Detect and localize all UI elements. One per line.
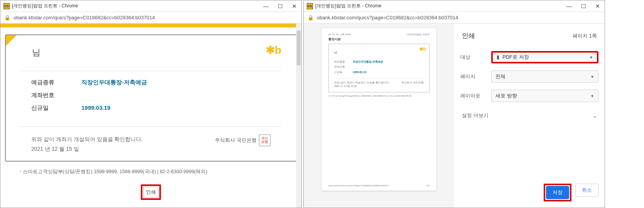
value-deposit-type: 직장인우대통장-저축예금 bbox=[81, 79, 147, 86]
select-layout[interactable]: 세로 방향 ▼ bbox=[491, 90, 598, 102]
bullet-icon: • bbox=[20, 169, 23, 174]
confirm-section: 위와 같이 계좌가 개설되어 있음을 확인합니다. 2021 년 12 월 15… bbox=[20, 126, 281, 154]
label-account-number: 계좌번호 bbox=[31, 92, 81, 99]
favicon-icon: Kb bbox=[3, 3, 10, 9]
footer-text: 스마트고객상담부(상담/폰뱅킹) 1599-9999, 1588-9999(국내… bbox=[23, 169, 208, 174]
print-page-count: 페이지 1쪽 bbox=[573, 32, 597, 39]
url-text: obank.kbstar.com/quics?page=C018682&cc=b… bbox=[317, 15, 458, 20]
preview-confirm-text: 위와 같이 계좌가 개설되어 있음을 확인합니다. bbox=[334, 81, 390, 85]
minimize-icon[interactable]: — bbox=[263, 3, 269, 9]
print-button-highlight: 인쇄 bbox=[141, 184, 161, 200]
window-title: [개인뱅킹]팝업 프린트 - Chrome bbox=[315, 3, 566, 9]
address-bar: 🔒 obank.kbstar.com/quics?page=C018682&cc… bbox=[0, 12, 301, 24]
label-destination: 대상 bbox=[460, 54, 491, 61]
minimize-icon[interactable]: — bbox=[566, 3, 572, 9]
preview-label-acct: 계좌번호 bbox=[334, 64, 353, 69]
browser-window-left: Kb [개인뱅킹]팝업 프린트 - Chrome — ☐ ✕ 🔒 obank.k… bbox=[0, 0, 302, 208]
label-pages: 페이지 bbox=[460, 73, 491, 80]
print-panel-title: 인쇄 bbox=[462, 31, 475, 40]
preview-label-date: 신규일 bbox=[334, 70, 353, 75]
maximize-icon[interactable]: ☐ bbox=[581, 3, 586, 9]
select-destination[interactable]: ▮PDF로 저장 ▼ bbox=[491, 51, 598, 63]
favicon-icon: Kb bbox=[307, 3, 313, 9]
print-preview-pane: 21. 12. 15. 오후 10:09 [개인뱅킹]팝업 프린트 통장사본 ✱… bbox=[304, 24, 454, 208]
window-controls: — ☐ ✕ bbox=[566, 3, 600, 9]
print-settings-panel: 인쇄 페이지 1쪽 대상 ▮PDF로 저장 ▼ 페이지 전체 bbox=[454, 24, 605, 208]
footer-contact: • 스마트고객상담부(상담/폰뱅킹) 1599-9999, 1588-9999(… bbox=[20, 162, 282, 175]
chevron-down-icon: ⌄ bbox=[593, 113, 597, 119]
close-icon[interactable]: ✕ bbox=[292, 3, 297, 9]
confirm-date: 2021 년 12 월 15 일 bbox=[31, 144, 143, 154]
scrollbar[interactable] bbox=[296, 24, 301, 208]
more-settings-toggle[interactable]: 설정 더보기 ⌄ bbox=[460, 109, 598, 122]
yellow-bar bbox=[0, 24, 301, 27]
preview-value-type: 직장인우대통장-저축예금 bbox=[353, 60, 383, 63]
select-layout-value: 세로 방향 bbox=[495, 92, 517, 99]
preview-bank-name: 주식회사 국민은행 bbox=[401, 81, 424, 88]
titlebar: Kb [개인뱅킹]팝업 프린트 - Chrome — ☐ ✕ bbox=[0, 0, 301, 12]
bank-name: 주식회사 국민은행 bbox=[215, 137, 257, 144]
print-button[interactable]: 인쇄 bbox=[143, 187, 159, 198]
value-account-number-masked bbox=[81, 92, 135, 99]
select-pages[interactable]: 전체 ▼ bbox=[491, 70, 598, 83]
preview-header-right: [개인뱅킹]팝업 프린트 bbox=[407, 33, 429, 36]
preview-footer: 스마트고객상담부(상담/폰뱅킹) 1599-9999, 1588-9999(국내… bbox=[328, 95, 429, 97]
label-deposit-type: 예금종류 bbox=[31, 79, 81, 86]
window-controls: — ☐ ✕ bbox=[263, 3, 297, 9]
cancel-button[interactable]: 취소 bbox=[575, 184, 598, 197]
address-bar: 🔒 obank.kbstar.com/quics?page=C018682&cc… bbox=[304, 12, 605, 24]
pdf-icon: ▮ bbox=[497, 54, 499, 60]
preview-kb-logo-icon: ✱b bbox=[419, 46, 426, 52]
preview-label-type: 예금종류 bbox=[334, 59, 353, 64]
select-destination-value: PDF로 저장 bbox=[502, 54, 529, 60]
close-icon[interactable]: ✕ bbox=[595, 3, 600, 9]
save-button[interactable]: 저장 bbox=[546, 186, 569, 199]
preview-value-date: 1999.03.19 bbox=[353, 71, 366, 73]
chevron-down-icon: ▼ bbox=[589, 55, 593, 60]
account-box: ✱b 님 예금종류 직장인우대통장-저축예금 계좌번호 신규일 1999.03.… bbox=[5, 34, 297, 162]
preview-page-number: 1/1 bbox=[426, 184, 429, 187]
more-settings-label: 설정 더보기 bbox=[462, 112, 488, 119]
lock-icon: 🔒 bbox=[4, 15, 10, 20]
url-text: obank.kbstar.com/quics?page=C018682&cc=b… bbox=[14, 15, 155, 20]
preview-confirm-date: 2021 년 12 월 15 일 bbox=[334, 85, 390, 88]
page-content: ✱b 님 예금종류 직장인우대통장-저축예금 계좌번호 신규일 1999.03.… bbox=[0, 24, 301, 208]
select-pages-value: 전체 bbox=[495, 73, 505, 80]
chevron-down-icon: ▼ bbox=[590, 75, 594, 79]
customer-greeting: 님 bbox=[32, 47, 296, 58]
maximize-icon[interactable]: ☐ bbox=[278, 3, 283, 9]
account-info: 예금종류 직장인우대통장-저축예금 계좌번호 신규일 1999.03.19 bbox=[20, 71, 281, 126]
label-layout: 레이아웃 bbox=[460, 92, 491, 99]
label-open-date: 신규일 bbox=[31, 104, 81, 112]
save-button-highlight: 저장 bbox=[544, 184, 571, 201]
confirm-text: 위와 같이 계좌가 개설되어 있음을 확인합니다. bbox=[31, 135, 143, 144]
lock-icon: 🔒 bbox=[308, 15, 314, 20]
print-preview-page: 21. 12. 15. 오후 10:09 [개인뱅킹]팝업 프린트 통장사본 ✱… bbox=[321, 28, 436, 191]
value-open-date: 1999.03.19 bbox=[81, 104, 110, 112]
preview-greeting: 님 bbox=[334, 50, 424, 55]
chevron-down-icon: ▼ bbox=[590, 94, 594, 98]
browser-window-right: Kb [개인뱅킹]팝업 프린트 - Chrome — ☐ ✕ 🔒 obank.k… bbox=[303, 0, 605, 208]
kb-logo-icon: ✱b bbox=[266, 44, 281, 56]
titlebar: Kb [개인뱅킹]팝업 프린트 - Chrome — ☐ ✕ bbox=[304, 0, 605, 12]
preview-url: https://obank.kbstar.com/quics?page=C018… bbox=[328, 184, 389, 187]
preview-timestamp: 21. 12. 15. 오후 10:09 bbox=[328, 33, 351, 36]
window-title: [개인뱅킹]팝업 프린트 - Chrome bbox=[12, 3, 263, 9]
preview-doc-title: 통장사본 bbox=[328, 37, 429, 41]
print-dialog-content: 21. 12. 15. 오후 10:09 [개인뱅킹]팝업 프린트 통장사본 ✱… bbox=[304, 24, 605, 208]
bank-seal-icon: 국민 은행 bbox=[259, 135, 270, 146]
scrollbar-thumb[interactable] bbox=[297, 31, 301, 65]
corner-accent bbox=[6, 35, 17, 46]
